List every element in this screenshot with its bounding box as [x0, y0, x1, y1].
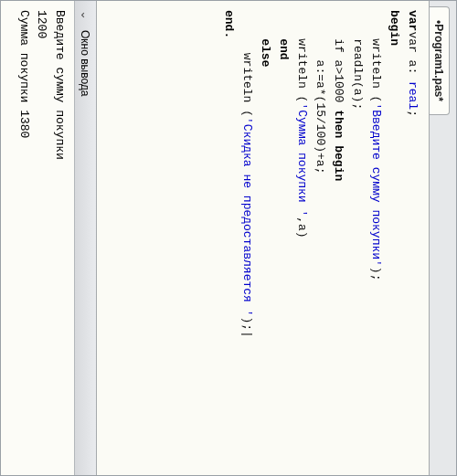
tab-bar: •Program1.pas* [429, 1, 456, 475]
code-seg: writeln ( [240, 10, 254, 117]
code-kw-begin: begin [388, 10, 401, 46]
output-line: Сумма покупки 1380 [17, 10, 31, 138]
code-type-real: real [406, 81, 420, 110]
code-seg: ,a) [295, 217, 309, 238]
code-seg: writeln ( [295, 10, 309, 102]
output-panel-header: ⌄ Окно вывода [74, 1, 96, 475]
text-cursor-icon: | [240, 331, 254, 338]
code-seg: if a>1000 [332, 10, 345, 110]
chevron-collapse-icon[interactable]: ⌄ [79, 8, 92, 21]
output-panel[interactable]: Введите сумму покупки 1200 Сумма покупки… [1, 1, 74, 475]
code-kw-then-begin: then begin [332, 110, 345, 181]
code-kw-var: var [406, 10, 420, 31]
ide-window: •Program1.pas* varvar a: real; begin wri… [0, 0, 457, 476]
output-line: Введите сумму покупки [53, 10, 67, 160]
code-str: 'Введите сумму покупки' [369, 102, 383, 266]
code-kw-else: else [259, 10, 272, 67]
file-tab[interactable]: •Program1.pas* [430, 6, 450, 115]
code-seg: readln(a); [351, 10, 365, 110]
code-seg: ; [406, 110, 420, 117]
code-seg: a:=a*(15/100)+a; [314, 10, 327, 174]
code-kw-end-dot: end. [222, 10, 236, 38]
output-line: 1200 [36, 10, 49, 38]
code-seg: var a: [406, 31, 420, 81]
code-seg: ); [369, 267, 383, 281]
code-seg: writeln ( [369, 10, 383, 102]
code-editor[interactable]: varvar a: real; begin writeln ('Введите … [96, 1, 429, 475]
code-kw-end: end [277, 10, 291, 60]
output-panel-title: Окно вывода [80, 30, 92, 97]
code-str: 'Сумма покупки ' [295, 102, 309, 217]
code-seg: ); [240, 316, 254, 331]
code-str: 'Скидка не предоставляется ' [240, 117, 254, 316]
